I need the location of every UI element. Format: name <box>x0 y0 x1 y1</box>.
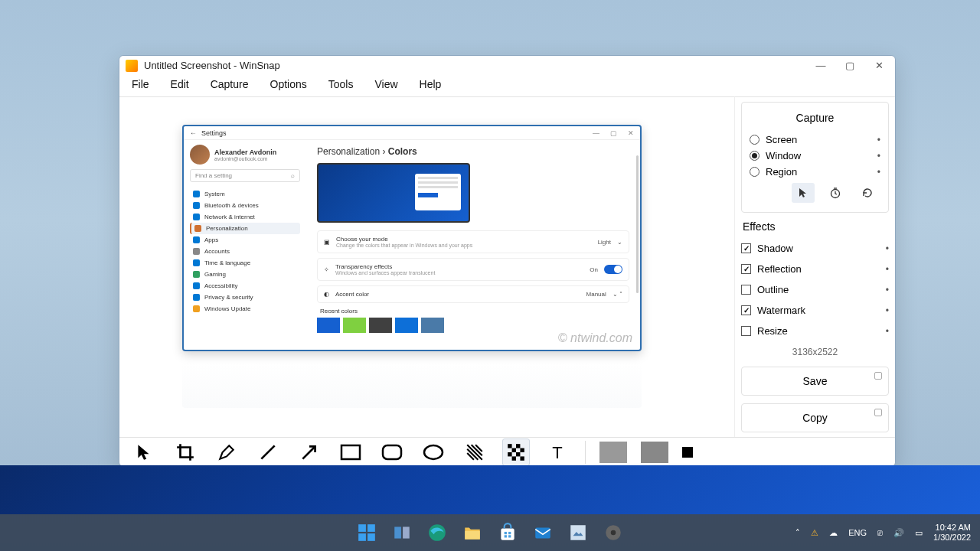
pixelate-tool-icon[interactable] <box>502 439 530 466</box>
color-swatch-3[interactable] <box>682 447 693 458</box>
user-name: Alexander Avdonin <box>214 148 276 156</box>
svg-rect-21 <box>368 524 375 532</box>
desktop-wallpaper <box>0 465 980 514</box>
svg-rect-32 <box>508 535 511 537</box>
svg-line-2 <box>302 447 314 458</box>
svg-rect-18 <box>520 456 524 460</box>
svg-rect-15 <box>508 452 511 456</box>
bottom-toolbar: T <box>119 437 895 466</box>
settings-taskbar-icon[interactable] <box>600 520 626 546</box>
taskview-icon[interactable] <box>389 520 415 546</box>
user-email: avdonin@outlook.com <box>214 156 276 161</box>
ellipse-tool-icon[interactable] <box>420 439 447 466</box>
avatar <box>190 145 210 165</box>
svg-rect-3 <box>341 445 360 459</box>
effect-resize[interactable]: Resize• <box>741 323 889 339</box>
menu-tools[interactable]: Tools <box>328 78 354 90</box>
svg-rect-13 <box>512 448 516 452</box>
search-input: Find a setting⌕ <box>190 169 300 182</box>
capture-region[interactable]: Region• <box>750 164 880 180</box>
menu-capture[interactable]: Capture <box>211 78 249 90</box>
explorer-icon[interactable] <box>459 520 485 546</box>
effect-outline[interactable]: Outline• <box>741 282 889 298</box>
shot-app-title: Settings <box>201 129 227 137</box>
menu-help[interactable]: Help <box>420 78 442 90</box>
clock-time[interactable]: 10:42 AM <box>933 523 971 533</box>
menubar: File Edit Capture Options Tools View Hel… <box>119 75 895 96</box>
onedrive-icon[interactable]: ⚠ <box>811 528 818 538</box>
copy-button[interactable]: Copy <box>741 403 889 432</box>
menu-options[interactable]: Options <box>270 78 307 90</box>
effect-reflection[interactable]: Reflection• <box>741 261 889 277</box>
svg-point-36 <box>611 530 616 536</box>
svg-rect-23 <box>368 533 375 541</box>
volume-icon[interactable]: 🔊 <box>893 528 904 538</box>
crop-tool-icon[interactable] <box>172 439 199 466</box>
svg-rect-16 <box>516 452 520 456</box>
color-swatch-1[interactable] <box>599 442 627 463</box>
side-panel: Capture Screen• Window• Region• Effects … <box>734 96 895 437</box>
theme-preview <box>317 163 470 223</box>
text-tool-icon[interactable]: T <box>544 439 571 466</box>
pointer-tool-icon[interactable] <box>130 439 158 466</box>
store-icon[interactable] <box>495 520 521 546</box>
clock-date[interactable]: 1/30/2022 <box>933 533 971 543</box>
battery-icon[interactable]: ▭ <box>915 528 923 538</box>
menu-edit[interactable]: Edit <box>171 78 189 90</box>
reflection-effect <box>182 362 642 408</box>
svg-rect-27 <box>465 531 480 540</box>
image-dimensions: 3136x2522 <box>741 344 889 359</box>
effect-shadow[interactable]: Shadow• <box>741 240 889 256</box>
capture-window[interactable]: Window• <box>750 148 880 164</box>
svg-rect-4 <box>383 445 401 459</box>
start-icon[interactable] <box>354 520 380 546</box>
effect-watermark[interactable]: Watermark• <box>741 302 889 318</box>
network-icon[interactable]: ⎚ <box>877 528 883 537</box>
svg-rect-14 <box>520 448 524 452</box>
svg-rect-24 <box>394 527 401 538</box>
menu-view[interactable]: View <box>374 78 397 90</box>
svg-rect-28 <box>501 529 514 540</box>
line-tool-icon[interactable] <box>254 439 282 466</box>
edge-icon[interactable] <box>424 520 450 546</box>
canvas-area[interactable]: ← Settings —▢✕ Alexander Avdonin avdonin… <box>119 96 734 437</box>
save-button[interactable]: Save <box>741 367 889 396</box>
mail-icon[interactable] <box>530 520 556 546</box>
svg-rect-29 <box>505 532 507 534</box>
capture-screen[interactable]: Screen• <box>750 132 880 148</box>
svg-rect-30 <box>508 532 511 534</box>
maximize-button[interactable]: ▢ <box>844 60 855 71</box>
weather-icon[interactable]: ☁ <box>829 528 838 538</box>
app-icon <box>126 60 138 72</box>
effects-header: Effects <box>741 217 889 236</box>
color-swatch-2[interactable] <box>641 442 668 463</box>
settings-nav: System Bluetooth & devices Network & int… <box>190 188 300 315</box>
tray-chevron-icon[interactable]: ˄ <box>795 528 800 538</box>
minimize-button[interactable]: — <box>815 60 826 71</box>
window-title: Untitled Screenshot - WinSnap <box>144 60 815 71</box>
svg-rect-12 <box>516 444 520 448</box>
arrow-tool-icon[interactable] <box>296 439 323 466</box>
watermark-text: © ntwind.com <box>558 331 632 345</box>
menu-file[interactable]: File <box>132 78 149 90</box>
svg-rect-11 <box>508 444 511 448</box>
svg-rect-20 <box>358 524 366 532</box>
pen-tool-icon[interactable] <box>213 439 240 466</box>
capture-header: Capture <box>750 109 880 132</box>
app-window: Untitled Screenshot - WinSnap — ▢ ✕ File… <box>119 55 896 467</box>
winsnap-taskbar-icon[interactable] <box>565 520 591 546</box>
close-button[interactable]: ✕ <box>874 60 884 71</box>
language-indicator[interactable]: ENG <box>848 528 867 537</box>
cursor-tool-icon[interactable] <box>792 183 815 203</box>
rect-tool-icon[interactable] <box>337 439 364 466</box>
svg-rect-17 <box>512 456 516 460</box>
blur-tool-icon[interactable] <box>461 439 488 466</box>
svg-point-5 <box>424 445 443 459</box>
svg-line-1 <box>261 445 274 458</box>
repeat-icon[interactable] <box>856 183 879 203</box>
captured-screenshot: ← Settings —▢✕ Alexander Avdonin avdonin… <box>182 125 642 351</box>
timer-icon[interactable] <box>824 183 847 203</box>
svg-point-26 <box>429 524 446 541</box>
back-icon: ← <box>190 129 197 137</box>
roundrect-tool-icon[interactable] <box>378 439 406 466</box>
